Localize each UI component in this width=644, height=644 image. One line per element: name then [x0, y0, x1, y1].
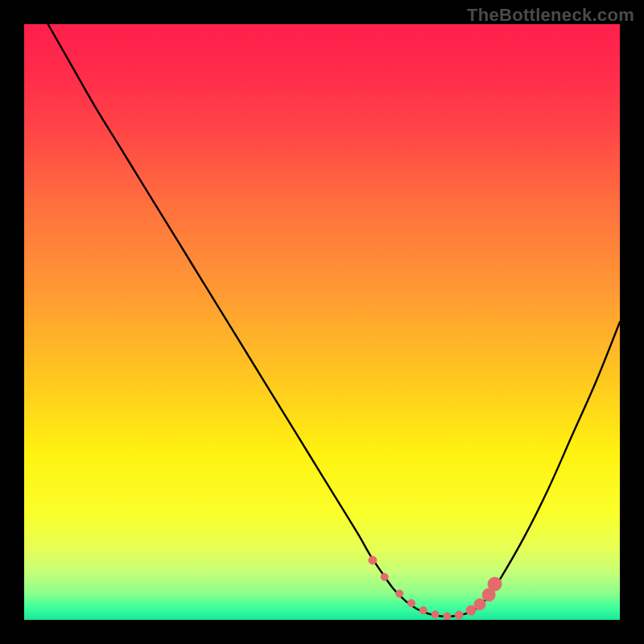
sweet-spot-marker	[419, 607, 427, 614]
plot-area	[24, 24, 620, 620]
sweet-spot-marker	[488, 577, 502, 591]
sweet-spot-marker	[444, 613, 451, 620]
sweet-spot-marker	[474, 599, 485, 610]
chart-frame: TheBottleneck.com	[0, 0, 644, 644]
sweet-spot-marker	[381, 573, 388, 580]
sweet-spot-marker	[466, 605, 476, 615]
watermark-text: TheBottleneck.com	[467, 5, 634, 26]
sweet-spot-marker	[431, 611, 439, 618]
sweet-spot-marker	[369, 556, 377, 564]
sweet-spot-marker	[396, 590, 403, 597]
sweet-spot-marker	[408, 600, 415, 607]
sweet-spot-markers	[24, 24, 620, 620]
sweet-spot-marker	[455, 611, 463, 619]
